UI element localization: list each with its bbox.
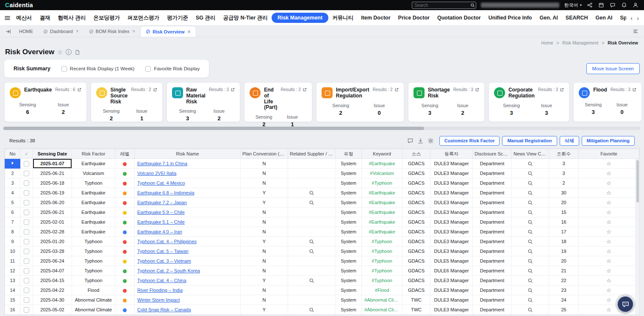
recent-risk-checkbox[interactable]: Recent Risk Display (1 Week) xyxy=(61,66,135,72)
favorite-star-icon[interactable]: ☆ xyxy=(606,190,611,196)
row-checkbox-cell[interactable] xyxy=(20,247,33,256)
sensing-date-cell[interactable]: 2025-06-20 xyxy=(33,198,72,208)
row-number-cell[interactable]: 2 xyxy=(5,169,20,178)
sensing-date-cell[interactable]: 2025-01-20 xyxy=(33,237,72,247)
row-number-cell[interactable]: 7 xyxy=(5,217,20,227)
favorite-star-icon[interactable]: ☆ xyxy=(606,209,611,216)
table-row[interactable]: 42025-06-19EarthquakeEarthquake 6.8 – In… xyxy=(5,188,639,198)
nav-item-unified-price-info[interactable]: Unified Price Info xyxy=(485,13,536,23)
favorite-risk-checkbox[interactable]: Favorite Risk Display xyxy=(145,66,200,72)
news-search-icon[interactable] xyxy=(527,219,533,225)
external-link-icon[interactable] xyxy=(77,88,81,92)
nav-item-sg-관리[interactable]: SG 관리 xyxy=(192,12,219,24)
row-number-cell[interactable]: 9 xyxy=(5,237,20,247)
favorite-star-icon[interactable]: ☆ xyxy=(606,170,611,177)
favorite-star-icon[interactable]: ☆ xyxy=(606,307,611,313)
nav-item-온보딩평가[interactable]: 온보딩평가 xyxy=(89,12,124,24)
document-icon[interactable] xyxy=(75,50,80,55)
row-number-cell[interactable]: 3 xyxy=(5,178,20,188)
table-row[interactable]: 62025-06-21EarthquakeEarthquake 5.9 – Ch… xyxy=(5,208,639,217)
sensing-date-cell[interactable]: 2025-04-15 xyxy=(33,276,72,286)
row-checkbox-cell[interactable] xyxy=(20,227,33,237)
news-search-icon[interactable] xyxy=(527,268,533,274)
row-checkbox[interactable] xyxy=(24,171,29,176)
sensing-date-cell[interactable]: 2025-03-28 xyxy=(33,247,72,256)
risk-name-link[interactable]: River Flooding – India xyxy=(137,288,183,293)
related-supplier-search-icon[interactable] xyxy=(309,307,314,313)
table-row[interactable]: 162025-05-02Abnormal ClimateCold Snap Ri… xyxy=(5,305,639,315)
nav-item-퍼포먼스평가[interactable]: 퍼포먼스평가 xyxy=(124,12,163,24)
risk-name-link[interactable]: Earthquake 6.8 – Indonesia xyxy=(137,190,194,195)
column-header-news-view-count[interactable]: News View Count xyxy=(512,149,549,159)
menu-hamburger-icon[interactable] xyxy=(4,15,11,21)
risk-name-link[interactable]: Earthquake 4.0 – Iran xyxy=(137,229,182,234)
checkbox-icon[interactable] xyxy=(145,66,151,72)
external-link-icon[interactable] xyxy=(153,88,157,92)
news-search-icon[interactable] xyxy=(527,258,533,264)
column-header-disclosure-scope[interactable]: Disclosure Scope xyxy=(473,149,512,159)
sensing-date-cell[interactable]: 2025-04-22 xyxy=(33,286,72,295)
related-supplier-search-icon[interactable] xyxy=(309,278,314,283)
row-checkbox[interactable] xyxy=(24,297,29,303)
user-profile-icon[interactable] xyxy=(632,2,639,8)
favorite-page-star-icon[interactable]: ☆ xyxy=(57,49,63,55)
risk-name-link[interactable]: Typhoon Cat. 4 – China xyxy=(137,278,186,283)
nav-item-price-doctor[interactable]: Price Doctor xyxy=(394,13,433,23)
row-number-cell[interactable]: 14 xyxy=(5,286,20,295)
favorite-star-icon[interactable]: ☆ xyxy=(606,277,611,284)
favorite-star-icon[interactable]: ☆ xyxy=(606,229,611,235)
row-checkbox[interactable] xyxy=(24,180,29,186)
favorite-star-icon[interactable]: ☆ xyxy=(606,268,611,274)
row-checkbox[interactable] xyxy=(24,249,29,254)
table-row[interactable]: 102025-03-28TyphoonTyphoon Cat. 5 – Taiw… xyxy=(5,247,639,256)
table-row[interactable]: 2025-01-07EarthquakeEarthquake 7.1 in Ch… xyxy=(5,159,639,169)
news-search-icon[interactable] xyxy=(527,249,533,254)
nav-item-risk-management[interactable]: Risk Management xyxy=(272,13,328,23)
table-row[interactable]: 152025-04-30Abnormal ClimateWinter Storm… xyxy=(5,295,639,305)
column-header-favorite[interactable]: Favorite xyxy=(579,149,639,159)
related-supplier-search-icon[interactable] xyxy=(309,239,314,244)
collapse-sidebar-icon[interactable] xyxy=(3,29,14,34)
row-checkbox[interactable] xyxy=(24,288,29,293)
row-number-cell[interactable]: 12 xyxy=(5,266,20,276)
column-header-no[interactable]: No xyxy=(5,149,20,159)
external-link-icon[interactable] xyxy=(394,88,399,92)
table-row[interactable]: 22025-06-21VolcanismVolcano 2VEI ItaliaN… xyxy=(5,169,639,178)
risk-name-link[interactable]: Earthquake 7.2 – Japan xyxy=(137,200,187,205)
news-search-icon[interactable] xyxy=(527,190,533,196)
row-checkbox[interactable] xyxy=(24,307,29,313)
checkbox-icon[interactable] xyxy=(61,66,67,72)
column-header-소스[interactable]: 소스 xyxy=(402,149,430,159)
news-search-icon[interactable] xyxy=(527,239,533,244)
tab-close-icon[interactable]: × xyxy=(132,28,135,34)
row-number-cell[interactable]: 10 xyxy=(5,247,20,256)
news-search-icon[interactable] xyxy=(527,171,533,176)
favorite-star-icon[interactable]: ☆ xyxy=(606,219,611,225)
row-number-cell[interactable]: 8 xyxy=(5,227,20,237)
row-checkbox[interactable] xyxy=(24,229,29,235)
column-header-risk-name[interactable]: Risk Name xyxy=(135,149,241,159)
share-network-icon[interactable] xyxy=(586,2,593,8)
related-supplier-search-icon[interactable] xyxy=(309,200,314,205)
horizontal-scrollbar[interactable] xyxy=(3,127,641,130)
chatbot-button[interactable] xyxy=(618,297,633,312)
row-checkbox-cell[interactable] xyxy=(20,208,33,217)
favorite-star-icon[interactable]: ☆ xyxy=(606,161,611,167)
external-link-icon[interactable] xyxy=(230,88,235,92)
favorite-star-icon[interactable]: ☆ xyxy=(606,248,611,255)
news-search-icon[interactable] xyxy=(527,307,533,313)
action-button-삭제[interactable]: 삭제 xyxy=(560,136,579,146)
news-search-icon[interactable] xyxy=(527,200,533,205)
favorite-star-icon[interactable]: ☆ xyxy=(606,297,611,303)
breadcrumb-risk-management[interactable]: Risk Management xyxy=(563,40,599,45)
risk-name-link[interactable]: Typhoon Cat. 5 – Taiwan xyxy=(137,249,189,254)
row-checkbox-cell[interactable] xyxy=(20,266,33,276)
vertical-scrollbar-thumb[interactable] xyxy=(636,160,639,202)
nav-item-gen-ai[interactable]: Gen. AI xyxy=(536,13,562,23)
sensing-date-cell[interactable]: 2025-05-02 xyxy=(33,305,72,315)
row-checkbox-cell[interactable] xyxy=(20,276,33,286)
row-checkbox[interactable] xyxy=(24,258,29,264)
column-header-related-supplier-parts[interactable]: Related Supplier / Parts xyxy=(288,149,336,159)
risk-name-link[interactable]: Earthquake 5.9 – Chile xyxy=(137,210,185,215)
language-selector[interactable]: 한국어 ▾ xyxy=(564,2,582,8)
